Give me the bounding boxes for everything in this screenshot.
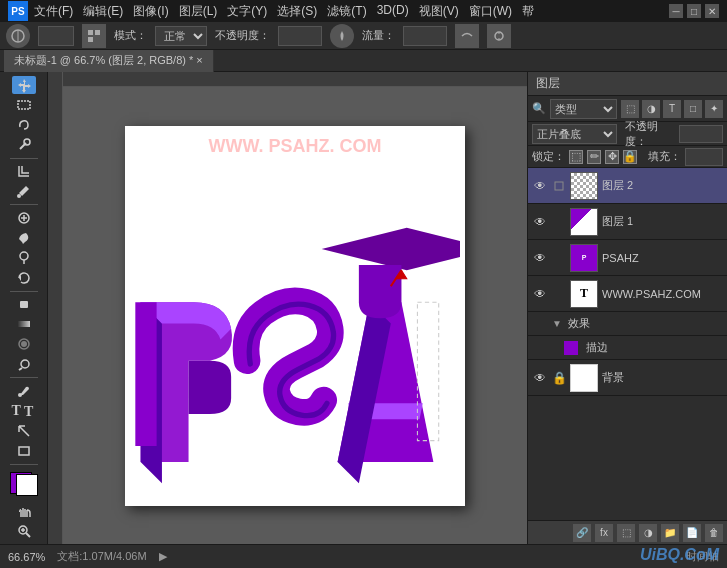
brush-button[interactable] bbox=[12, 229, 36, 247]
lock-image-btn[interactable]: ✏ bbox=[587, 150, 601, 164]
flow-label: 流量： bbox=[362, 28, 395, 43]
hand-button[interactable] bbox=[12, 502, 36, 520]
add-mask-btn[interactable]: ⬚ bbox=[617, 524, 635, 542]
toolbar: T T bbox=[0, 72, 48, 544]
smoothing-icon[interactable] bbox=[455, 24, 479, 48]
svg-line-22 bbox=[19, 368, 22, 370]
delete-layer-btn[interactable]: 🗑 bbox=[705, 524, 723, 542]
background-color[interactable] bbox=[16, 474, 38, 496]
zoom-button[interactable] bbox=[12, 522, 36, 540]
main-area: T T WWW. PSAHZ. COM bbox=[0, 72, 727, 544]
rectangular-marquee-button[interactable] bbox=[12, 96, 36, 114]
crop-button[interactable] bbox=[12, 162, 36, 180]
title-bar-menu[interactable]: 文件(F) 编辑(E) 图像(I) 图层(L) 文字(Y) 选择(S) 滤镜(T… bbox=[34, 3, 534, 20]
blend-mode-select[interactable]: 正常 bbox=[155, 26, 207, 46]
background-lock: 🔒 bbox=[552, 371, 566, 385]
navigate-arrow[interactable]: ▶ bbox=[159, 550, 167, 563]
text-visibility[interactable]: 👁 bbox=[532, 286, 548, 302]
layer2-name: 图层 2 bbox=[602, 178, 723, 193]
menu-window[interactable]: 窗口(W) bbox=[469, 3, 512, 20]
svg-text:T: T bbox=[24, 404, 34, 419]
opacity-value-input[interactable]: 100% bbox=[679, 125, 723, 143]
eyedropper-button[interactable] bbox=[12, 182, 36, 200]
layer-item-psahz[interactable]: 👁 P PSAHZ bbox=[528, 240, 727, 276]
heal-button[interactable] bbox=[12, 209, 36, 227]
layer-item-stroke[interactable]: 描边 bbox=[528, 336, 727, 360]
path-select-button[interactable] bbox=[12, 422, 36, 440]
menu-file[interactable]: 文件(F) bbox=[34, 3, 73, 20]
canvas-document[interactable]: WWW. PSAHZ. COM bbox=[125, 126, 465, 506]
psahz-visibility[interactable]: 👁 bbox=[532, 250, 548, 266]
add-group-btn[interactable]: 📁 bbox=[661, 524, 679, 542]
effect-expand[interactable]: ▼ bbox=[552, 318, 564, 329]
fill-value-input[interactable]: 100% bbox=[685, 148, 723, 166]
wand-button[interactable] bbox=[12, 136, 36, 154]
layer-filter-select[interactable]: 类型 bbox=[550, 99, 617, 119]
brush-icon bbox=[6, 24, 30, 48]
lock-transparent-btn[interactable]: ⬚ bbox=[569, 150, 583, 164]
filter-text-icon[interactable]: T bbox=[663, 100, 681, 118]
menu-help[interactable]: 帮 bbox=[522, 3, 534, 20]
layer-item-layer1[interactable]: 👁 图层 1 bbox=[528, 204, 727, 240]
tab-bar: 未标题-1 @ 66.7% (图层 2, RGB/8) * × bbox=[0, 50, 727, 72]
menu-filter[interactable]: 滤镜(T) bbox=[327, 3, 366, 20]
close-button[interactable]: ✕ bbox=[705, 4, 719, 18]
document-tab[interactable]: 未标题-1 @ 66.7% (图层 2, RGB/8) * × bbox=[4, 50, 214, 72]
canvas-area[interactable]: WWW. PSAHZ. COM bbox=[48, 72, 527, 544]
layer1-visibility[interactable]: 👁 bbox=[532, 214, 548, 230]
color-box[interactable] bbox=[8, 472, 40, 496]
move-tool-button[interactable] bbox=[12, 76, 36, 94]
layer-blend-select[interactable]: 正片叠底 bbox=[532, 124, 617, 144]
minimize-button[interactable]: ─ bbox=[669, 4, 683, 18]
menu-text[interactable]: 文字(Y) bbox=[227, 3, 267, 20]
shape-button[interactable] bbox=[12, 442, 36, 460]
menu-select[interactable]: 选择(S) bbox=[277, 3, 317, 20]
filter-smart-icon[interactable]: ✦ bbox=[705, 100, 723, 118]
stamp-button[interactable] bbox=[12, 249, 36, 267]
mode-label: 模式： bbox=[114, 28, 147, 43]
layer-item-text[interactable]: 👁 T WWW.PSAHZ.COM bbox=[528, 276, 727, 312]
filter-shape-icon[interactable]: □ bbox=[684, 100, 702, 118]
psahz-name: PSAHZ bbox=[602, 252, 723, 264]
eraser-button[interactable] bbox=[12, 295, 36, 313]
fill-label: 填充： bbox=[648, 149, 681, 164]
blur-button[interactable] bbox=[12, 335, 36, 353]
svg-rect-32 bbox=[555, 182, 563, 190]
text-button[interactable]: T T bbox=[12, 402, 36, 420]
lasso-button[interactable] bbox=[12, 116, 36, 134]
brush-preset-icon[interactable] bbox=[82, 24, 106, 48]
svg-point-11 bbox=[17, 194, 21, 198]
layer2-visibility[interactable]: 👁 bbox=[532, 178, 548, 194]
menu-image[interactable]: 图像(I) bbox=[133, 3, 168, 20]
extra-options-icon[interactable] bbox=[487, 24, 511, 48]
menu-view[interactable]: 视图(V) bbox=[419, 3, 459, 20]
add-adjustment-btn[interactable]: ◑ bbox=[639, 524, 657, 542]
flow-input[interactable]: 100% bbox=[403, 26, 447, 46]
layers-title: 图层 bbox=[536, 75, 560, 92]
add-layer-btn[interactable]: 📄 bbox=[683, 524, 701, 542]
lock-all-btn[interactable]: 🔒 bbox=[623, 150, 637, 164]
brush-size-input[interactable]: 50 bbox=[38, 26, 74, 46]
lock-position-btn[interactable]: ✥ bbox=[605, 150, 619, 164]
menu-layer[interactable]: 图层(L) bbox=[179, 3, 218, 20]
maximize-button[interactable]: □ bbox=[687, 4, 701, 18]
window-controls[interactable]: ─ □ ✕ bbox=[669, 4, 719, 18]
dodge-button[interactable] bbox=[12, 355, 36, 373]
link-layers-btn[interactable]: 🔗 bbox=[573, 524, 591, 542]
psahz-thumbnail: P bbox=[570, 244, 598, 272]
layer-item-layer2[interactable]: 👁 图层 2 bbox=[528, 168, 727, 204]
airbrush-icon[interactable] bbox=[330, 24, 354, 48]
menu-edit[interactable]: 编辑(E) bbox=[83, 3, 123, 20]
history-button[interactable] bbox=[12, 269, 36, 287]
layer-item-effect[interactable]: ▼ 效果 bbox=[528, 312, 727, 336]
filter-pixel-icon[interactable]: ⬚ bbox=[621, 100, 639, 118]
blend-mode-row: 正片叠底 不透明度： 100% bbox=[528, 122, 727, 146]
pen-button[interactable] bbox=[12, 382, 36, 400]
gradient-button[interactable] bbox=[12, 315, 36, 333]
menu-3d[interactable]: 3D(D) bbox=[377, 3, 409, 20]
background-visibility[interactable]: 👁 bbox=[532, 370, 548, 386]
opacity-input[interactable]: 100% bbox=[278, 26, 322, 46]
layer-item-background[interactable]: 👁 🔒 背景 bbox=[528, 360, 727, 396]
add-style-btn[interactable]: fx bbox=[595, 524, 613, 542]
filter-adj-icon[interactable]: ◑ bbox=[642, 100, 660, 118]
